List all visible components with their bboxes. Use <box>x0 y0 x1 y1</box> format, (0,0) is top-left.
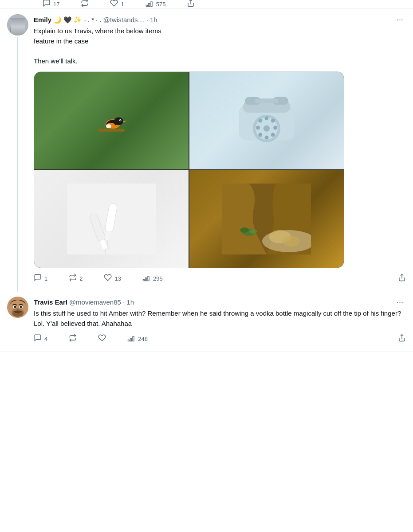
share-icon <box>398 334 406 344</box>
svg-rect-5 <box>98 129 125 132</box>
travis-views-action[interactable]: 248 <box>127 334 148 344</box>
retweet-icon <box>69 274 77 284</box>
views-icon <box>127 334 135 344</box>
emily-text-line2: feature in the case <box>34 37 88 45</box>
emily-tweet-body: Emily 🌙 🖤 ✨ · . * · . @twistands… · 1h ·… <box>34 14 406 291</box>
travis-display-name: Travis Earl <box>34 298 67 306</box>
prev-like-action[interactable]: 1 <box>110 0 124 9</box>
emily-views-count: 295 <box>153 275 163 282</box>
prev-like-count: 1 <box>121 1 124 8</box>
svg-point-57 <box>20 306 22 308</box>
emily-text-line1: Explain to us Travis, where the below it… <box>34 27 161 35</box>
emily-share-action[interactable] <box>398 274 406 284</box>
prev-views-action[interactable]: 575 <box>146 0 166 9</box>
travis-like-action[interactable] <box>98 334 106 344</box>
emily-tweet-header: Emily 🌙 🖤 ✨ · . * · . @twistands… · 1h ·… <box>34 14 406 25</box>
emily-avatar[interactable] <box>7 14 28 35</box>
svg-rect-49 <box>148 276 149 281</box>
reply-icon <box>43 0 51 9</box>
svg-rect-61 <box>133 336 134 341</box>
travis-reply-count: 4 <box>44 336 47 342</box>
emily-views-action[interactable]: 295 <box>142 274 163 284</box>
emily-image-grid-container[interactable] <box>34 71 344 268</box>
prev-reply-action[interactable]: 17 <box>43 0 59 9</box>
views-icon <box>142 274 150 284</box>
like-icon <box>104 274 112 284</box>
prev-reply-count: 17 <box>53 1 59 8</box>
emily-tweet: Emily 🌙 🖤 ✨ · . * · . @twistands… · 1h ·… <box>0 9 413 291</box>
svg-rect-59 <box>128 340 130 341</box>
travis-avatar[interactable] <box>7 297 28 318</box>
emily-retweet-action[interactable]: 2 <box>69 274 83 284</box>
travis-more-button[interactable]: ··· <box>394 297 406 308</box>
svg-point-14 <box>120 120 121 121</box>
svg-point-46 <box>282 236 300 246</box>
svg-point-30 <box>256 126 260 130</box>
travis-views-count: 248 <box>138 336 148 342</box>
emily-action-bar: 1 2 13 295 <box>34 274 406 286</box>
like-icon <box>110 0 118 9</box>
travis-tweet: Travis Earl @moviemaven85 · 1h ··· Is th… <box>0 291 413 352</box>
svg-marker-12 <box>123 121 127 123</box>
emily-like-action[interactable]: 13 <box>104 274 121 284</box>
emily-more-button[interactable]: ··· <box>394 14 406 25</box>
svg-point-24 <box>265 116 269 120</box>
emily-username-time: @twistands… · 1h <box>103 16 157 23</box>
image-phone <box>189 72 344 169</box>
svg-rect-48 <box>146 278 147 281</box>
prev-views-count: 575 <box>156 1 166 8</box>
svg-point-32 <box>264 125 270 132</box>
views-icon <box>146 0 153 9</box>
image-bird <box>34 72 189 169</box>
svg-rect-47 <box>143 280 144 281</box>
emily-retweet-count: 2 <box>79 275 83 282</box>
svg-point-31 <box>258 119 262 123</box>
svg-point-28 <box>265 136 269 140</box>
travis-share-action[interactable] <box>398 334 406 344</box>
emily-reply-action[interactable]: 1 <box>34 274 47 284</box>
emily-dot-separator: · <box>146 16 150 23</box>
prev-share-action[interactable] <box>187 0 195 9</box>
share-icon <box>398 274 406 284</box>
emily-avatar-col <box>7 14 28 291</box>
emily-display-name: Emily <box>34 16 51 23</box>
travis-tweet-body: Travis Earl @moviemaven85 · 1h ··· Is th… <box>34 297 406 351</box>
retweet-icon <box>81 0 89 9</box>
reply-icon <box>34 274 42 284</box>
svg-rect-21 <box>255 98 278 103</box>
svg-point-25 <box>271 119 275 123</box>
travis-avatar-col <box>7 297 28 351</box>
emily-reply-count: 1 <box>44 275 47 282</box>
emily-header-left: Emily 🌙 🖤 ✨ · . * · . @twistands… · 1h <box>34 16 157 24</box>
image-tampons <box>34 170 189 268</box>
svg-rect-0 <box>146 5 147 6</box>
travis-time: 1h <box>126 298 134 306</box>
svg-rect-1 <box>148 3 149 6</box>
emily-username: @twistands… <box>103 16 145 23</box>
travis-tweet-text: Is this stuff he used to hit Amber with?… <box>34 309 406 329</box>
svg-point-4 <box>7 14 28 35</box>
emily-like-count: 13 <box>114 275 121 282</box>
emily-time: 1h <box>150 16 157 23</box>
reply-icon <box>34 334 42 344</box>
travis-tweet-header: Travis Earl @moviemaven85 · 1h ··· <box>34 297 406 308</box>
svg-point-43 <box>240 227 249 233</box>
thread-line <box>17 37 18 291</box>
retweet-icon <box>69 334 77 344</box>
svg-point-11 <box>106 124 111 128</box>
travis-retweet-action[interactable] <box>69 334 77 344</box>
travis-username: @moviemaven85 <box>69 298 121 306</box>
travis-username-time: @moviemaven85 · 1h <box>69 298 134 306</box>
svg-rect-60 <box>130 338 132 341</box>
emily-decorations: 🌙 🖤 ✨ · . * · . <box>53 16 102 24</box>
travis-header-left: Travis Earl @moviemaven85 · 1h <box>34 298 134 306</box>
travis-action-bar: 4 248 <box>34 334 406 346</box>
emily-image-grid <box>34 72 344 268</box>
travis-reply-action[interactable]: 4 <box>34 334 47 344</box>
svg-rect-2 <box>151 2 152 7</box>
like-icon <box>98 334 106 344</box>
prev-tweet-bar: 17 1 575 <box>0 0 413 9</box>
prev-retweet-action[interactable] <box>81 0 89 9</box>
svg-point-44 <box>250 229 257 234</box>
svg-point-26 <box>273 126 277 130</box>
